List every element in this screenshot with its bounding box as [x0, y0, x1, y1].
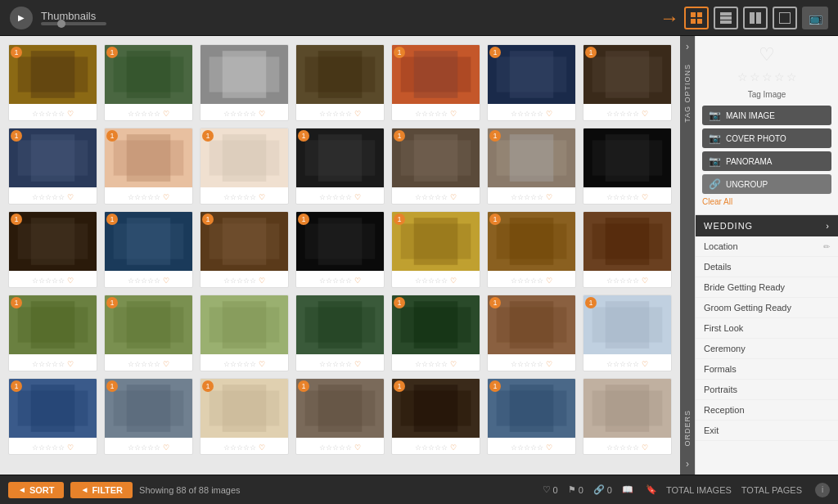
- wedding-category-item[interactable]: Ceremony: [696, 339, 838, 359]
- edit-icon[interactable]: ✏: [823, 242, 830, 251]
- thumbnail-item[interactable]: 1☆☆☆☆☆♡: [583, 44, 672, 121]
- wedding-header[interactable]: WEDDING ›: [696, 215, 838, 236]
- thumbnail-item[interactable]: 1☆☆☆☆☆♡: [104, 128, 193, 205]
- star-2[interactable]: ☆: [750, 70, 760, 83]
- star-5[interactable]: ☆: [786, 70, 797, 83]
- tv-button[interactable]: 📺: [802, 7, 828, 29]
- thumbnail-item[interactable]: 1☆☆☆☆☆♡: [391, 378, 480, 455]
- compare-view-button[interactable]: [743, 7, 768, 29]
- wedding-category-item[interactable]: Reception: [696, 400, 838, 421]
- wedding-category-item[interactable]: Details: [696, 257, 838, 277]
- thumb-stars[interactable]: ☆☆☆☆☆♡: [105, 191, 192, 204]
- star-4[interactable]: ☆: [774, 70, 785, 83]
- ungroup-button[interactable]: 🔗 UNGROUP: [702, 174, 831, 194]
- thumb-stars[interactable]: ☆☆☆☆☆♡: [583, 191, 671, 204]
- sort-button[interactable]: ◄ SORT: [8, 482, 64, 498]
- thumb-stars[interactable]: ☆☆☆☆☆♡: [200, 358, 288, 371]
- thumbnail-item[interactable]: ☆☆☆☆☆♡: [583, 211, 672, 288]
- thumbnail-item[interactable]: 1☆☆☆☆☆♡: [200, 378, 289, 455]
- thumb-stars[interactable]: ☆☆☆☆☆♡: [488, 358, 575, 371]
- thumb-stars[interactable]: ☆☆☆☆☆♡: [105, 274, 192, 287]
- panorama-button[interactable]: 📷 PANORAMA: [702, 151, 831, 171]
- wedding-category-item[interactable]: First Look: [696, 318, 838, 339]
- thumbnail-item[interactable]: 1☆☆☆☆☆♡: [391, 128, 480, 205]
- star-1[interactable]: ☆: [737, 70, 748, 83]
- thumbnail-item[interactable]: 1☆☆☆☆☆♡: [8, 295, 97, 371]
- wedding-category-item[interactable]: Exit: [696, 421, 838, 441]
- zoom-slider[interactable]: [41, 22, 106, 25]
- thumbnail-item[interactable]: 1☆☆☆☆☆♡: [200, 128, 289, 205]
- side-tab-arrow-top[interactable]: ›: [686, 36, 689, 57]
- thumbnail-item[interactable]: 1☆☆☆☆☆♡: [8, 44, 97, 121]
- thumbnail-item[interactable]: 1☆☆☆☆☆♡: [8, 378, 97, 455]
- thumbnail-item[interactable]: 1☆☆☆☆☆♡: [200, 211, 289, 288]
- grid-view-button[interactable]: [684, 7, 709, 29]
- thumbnail-item[interactable]: 1☆☆☆☆☆♡: [295, 378, 385, 455]
- strip-view-button[interactable]: [714, 7, 738, 29]
- thumb-stars[interactable]: ☆☆☆☆☆♡: [200, 274, 288, 287]
- thumbnail-item[interactable]: 1☆☆☆☆☆♡: [295, 128, 385, 205]
- play-button[interactable]: ▶: [10, 7, 33, 29]
- main-image-button[interactable]: 📷 MAIN IMAGE: [702, 106, 831, 125]
- thumbnail-item[interactable]: ☆☆☆☆☆♡: [583, 128, 672, 205]
- thumbnail-item[interactable]: 1☆☆☆☆☆♡: [104, 44, 193, 121]
- thumb-stars[interactable]: ☆☆☆☆☆♡: [200, 441, 288, 454]
- thumb-stars[interactable]: ☆☆☆☆☆♡: [296, 358, 384, 371]
- side-tab-arrow-bottom[interactable]: ›: [686, 453, 689, 475]
- thumbnail-item[interactable]: ☆☆☆☆☆♡: [295, 44, 385, 121]
- clear-all-link[interactable]: Clear All: [702, 197, 831, 206]
- thumbnail-item[interactable]: ☆☆☆☆☆♡: [583, 378, 672, 455]
- thumbnail-item[interactable]: 1☆☆☆☆☆♡: [104, 211, 193, 288]
- thumb-stars[interactable]: ☆☆☆☆☆♡: [392, 191, 480, 204]
- thumb-stars[interactable]: ☆☆☆☆☆♡: [488, 191, 575, 204]
- wedding-category-item[interactable]: Groom Getting Ready: [696, 298, 838, 318]
- thumbnail-item[interactable]: ☆☆☆☆☆♡: [295, 295, 385, 371]
- thumb-stars[interactable]: ☆☆☆☆☆♡: [488, 274, 575, 287]
- thumbnail-item[interactable]: 1☆☆☆☆☆♡: [295, 211, 385, 288]
- thumb-stars[interactable]: ☆☆☆☆☆♡: [296, 191, 384, 204]
- thumb-stars[interactable]: ☆☆☆☆☆♡: [9, 274, 97, 287]
- thumbnail-item[interactable]: 1☆☆☆☆☆♡: [391, 44, 480, 121]
- thumb-stars[interactable]: ☆☆☆☆☆♡: [105, 441, 192, 454]
- wedding-category-item[interactable]: Formals: [696, 359, 838, 380]
- thumb-stars[interactable]: ☆☆☆☆☆♡: [200, 191, 288, 204]
- wedding-category-item[interactable]: Bride Getting Ready: [696, 277, 838, 298]
- tag-options-tab[interactable]: TAG OPTIONS: [681, 57, 694, 129]
- info-icon[interactable]: i: [815, 483, 830, 497]
- thumb-stars[interactable]: ☆☆☆☆☆♡: [9, 358, 97, 371]
- thumb-stars[interactable]: ☆☆☆☆☆♡: [392, 441, 480, 454]
- thumbnails-area[interactable]: 1☆☆☆☆☆♡1☆☆☆☆☆♡☆☆☆☆☆♡☆☆☆☆☆♡1☆☆☆☆☆♡1☆☆☆☆☆♡…: [0, 36, 680, 475]
- thumbnail-item[interactable]: 1☆☆☆☆☆♡: [583, 295, 672, 371]
- orders-tab[interactable]: ORDERS: [681, 403, 694, 453]
- slider-handle[interactable]: [57, 20, 65, 28]
- thumb-stars[interactable]: ☆☆☆☆☆♡: [583, 441, 671, 454]
- star-3[interactable]: ☆: [762, 70, 773, 83]
- thumbnail-item[interactable]: 1☆☆☆☆☆♡: [104, 378, 193, 455]
- thumb-stars[interactable]: ☆☆☆☆☆♡: [392, 274, 480, 287]
- wedding-category-item[interactable]: Location✏: [696, 236, 838, 257]
- thumb-stars[interactable]: ☆☆☆☆☆♡: [105, 107, 192, 120]
- thumb-stars[interactable]: ☆☆☆☆☆♡: [105, 358, 192, 371]
- thumb-stars[interactable]: ☆☆☆☆☆♡: [392, 107, 480, 120]
- thumb-stars[interactable]: ☆☆☆☆☆♡: [583, 107, 671, 120]
- thumbnail-item[interactable]: 1☆☆☆☆☆♡: [487, 128, 576, 205]
- thumbnail-item[interactable]: 1☆☆☆☆☆♡: [391, 295, 480, 371]
- thumb-stars[interactable]: ☆☆☆☆☆♡: [392, 358, 480, 371]
- thumbnail-item[interactable]: 1☆☆☆☆☆♡: [104, 295, 193, 371]
- thumb-stars[interactable]: ☆☆☆☆☆♡: [296, 274, 384, 287]
- wedding-category-item[interactable]: Portraits: [696, 380, 838, 400]
- thumb-stars[interactable]: ☆☆☆☆☆♡: [488, 441, 575, 454]
- thumb-stars[interactable]: ☆☆☆☆☆♡: [9, 107, 97, 120]
- thumb-stars[interactable]: ☆☆☆☆☆♡: [488, 107, 575, 120]
- thumbnail-item[interactable]: 1☆☆☆☆☆♡: [391, 211, 480, 288]
- thumbnail-item[interactable]: 1☆☆☆☆☆♡: [8, 211, 97, 288]
- thumb-stars[interactable]: ☆☆☆☆☆♡: [583, 358, 671, 371]
- thumb-stars[interactable]: ☆☆☆☆☆♡: [200, 107, 288, 120]
- thumbnail-item[interactable]: ☆☆☆☆☆♡: [200, 295, 289, 371]
- thumbnail-item[interactable]: 1☆☆☆☆☆♡: [8, 128, 97, 205]
- thumb-stars[interactable]: ☆☆☆☆☆♡: [296, 107, 384, 120]
- thumbnail-item[interactable]: 1☆☆☆☆☆♡: [487, 295, 576, 371]
- thumb-stars[interactable]: ☆☆☆☆☆♡: [583, 274, 671, 287]
- single-view-button[interactable]: [773, 7, 797, 29]
- thumb-stars[interactable]: ☆☆☆☆☆♡: [296, 441, 384, 454]
